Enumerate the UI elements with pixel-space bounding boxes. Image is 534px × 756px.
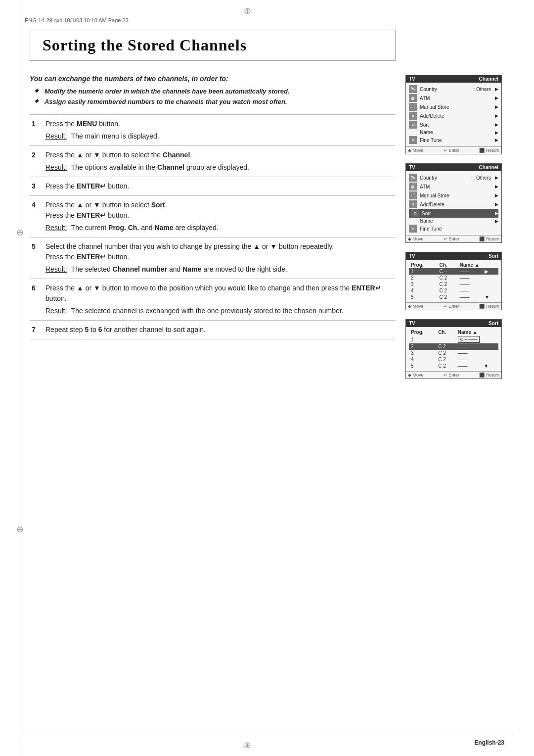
x-icon-2: ✕ (409, 200, 417, 208)
sort-cell-prog-2: 2 (409, 275, 438, 281)
fine-icon-2: ≋ (409, 225, 417, 233)
sort-row-1-highlighted: 1 C – —— ▶ (409, 268, 498, 275)
sort4-row-4: 4 C 2 —— (409, 356, 498, 363)
sort-cell-ch-1: C – (438, 268, 458, 275)
tv-screen-2-header-right: Channel (479, 165, 498, 170)
tv-screen-2-header: TV Channel (406, 164, 501, 171)
sort-cell-name-1: —— (458, 268, 483, 275)
step-4-result: Result: The current Prog. Ch. and Name a… (45, 223, 394, 233)
sort4-cell-ch-2: C 2 (436, 343, 456, 350)
x-icon: ✕ (409, 112, 417, 120)
tv-screen-3-footer: ◆ Move ↵ Enter ⬛ Return (406, 302, 501, 310)
antenna-icon-2: 📡 (409, 174, 417, 182)
step-5-instruction: Select the channel number that you wish … (45, 241, 394, 262)
result-label-5: Result: (45, 264, 67, 275)
sort4-col-ch: Ch. (436, 329, 456, 335)
fine-icon: ≋ (409, 136, 417, 144)
crosshair-bottom (242, 740, 252, 750)
sort4-cell-arrow-5: ▼ (482, 363, 498, 369)
step-2-instruction: Press the ▲ or ▼ button to select the Ch… (45, 150, 394, 160)
sort-cell-arrow-1: ▶ (483, 268, 498, 275)
right-column: TV Channel 📡 Country : Others ▶ ▦ ATM ▶ (405, 75, 504, 388)
crosshair-left2 (15, 524, 25, 534)
tv-menu-row-sort: ⚙ Sort ▶ (409, 120, 498, 129)
tv-screen-1-header: TV Channel (406, 75, 501, 83)
step-content-1: Press the MENU button. Result: The main … (44, 115, 396, 146)
sort-cell-ch-4: C 2 (438, 287, 458, 294)
sort-cell-arrow-5: ▼ (483, 294, 498, 300)
sort-cell-name-3: —— (458, 281, 483, 287)
sort4-cell-arrow-2 (482, 343, 498, 350)
page-title: Sorting the Stored Channels (43, 36, 383, 54)
tv-screen-4-header-left: TV (409, 321, 415, 326)
bullet-item-1: Modify the numeric order in which the ch… (35, 88, 396, 95)
bars-icon-2: ▦ (409, 183, 417, 190)
tv-screen-4-header-right: Sort (489, 321, 498, 326)
col-ch: Ch. (438, 262, 458, 268)
bullet-list: Modify the numeric order in which the ch… (35, 88, 396, 105)
sort4-cell-popup: C – —— (456, 335, 498, 343)
result-text-4: The current Prog. Ch. and Name are displ… (71, 223, 219, 233)
sort4-cell-prog-1: 1 (409, 335, 436, 343)
step-num-7: 7 (30, 321, 44, 339)
intro-section: You can exchange the numbers of two chan… (30, 75, 396, 105)
step-5-result: Result: The selected Channel number and … (45, 264, 394, 275)
two-col-layout: You can exchange the numbers of two chan… (30, 75, 504, 388)
tv-s2-add: ✕ Add/Delete ▶ (409, 200, 498, 209)
step-row-1: 1 Press the MENU button. Result: The mai… (30, 115, 396, 146)
sort-cell-name-4: —— (458, 287, 483, 294)
sort4-header-row: Prog. Ch. Name ▲ (409, 329, 498, 335)
result-label-1: Result: (45, 131, 67, 142)
tv-screen-1-body: 📡 Country : Others ▶ ▦ ATM ▶ 🔊 Manual St… (406, 83, 501, 146)
sort4-col-name: Name ▲ (456, 329, 498, 335)
step-row-3: 3 Press the ENTER↵ button. (30, 177, 396, 196)
col-prog: Prog. (409, 262, 438, 268)
sort4-cell-ch-4: C 2 (436, 356, 456, 363)
step-content-4: Press the ▲ or ▼ button to select Sort. … (44, 196, 396, 237)
sort4-cell-arrow-4 (482, 356, 498, 363)
step-row-4: 4 Press the ▲ or ▼ button to select Sort… (30, 196, 396, 237)
step-2-result: Result: The options available in the Cha… (45, 162, 394, 173)
sort-row-4: 4 C 2 —— (409, 287, 498, 294)
step-6-instruction: Press the ▲ or ▼ button to move to the p… (45, 283, 394, 304)
crosshair-top (242, 6, 252, 16)
result-text-5: The selected Channel number and Name are… (71, 264, 287, 275)
step-num-1: 1 (30, 115, 44, 146)
sort-cell-arrow-4 (483, 287, 498, 294)
tv-s2-fine: ≋ Fine Tune (409, 224, 498, 233)
sort4-cell-prog-4: 4 (409, 356, 436, 363)
sort4-cell-arrow-3 (482, 350, 498, 356)
step-3-instruction: Press the ENTER↵ button. (45, 181, 394, 191)
sort4-cell-prog-3: 3 (409, 350, 436, 356)
tv-screen-1-header-right: Channel (479, 76, 498, 82)
title-box: Sorting the Stored Channels (30, 30, 396, 61)
sort4-cell-name-5: —— (456, 363, 482, 369)
page-border-left (20, 0, 20, 756)
main-content: Sorting the Stored Channels You can exch… (30, 30, 504, 726)
sound-icon: 🔊 (409, 103, 417, 111)
sort4-cell-prog-5: 5 (409, 363, 436, 369)
tv-screen-2-footer: ◆ Move ↵ Enter ⬛ Return (406, 235, 501, 242)
sort4-cell-ch-1 (436, 335, 456, 343)
file-info: ENG-14-29.qxd 10/1/03 10:10 AM Page 23 (25, 17, 129, 23)
step-content-6: Press the ▲ or ▼ button to move to the p… (44, 279, 396, 321)
tv-menu-row-name: Name ▶ (409, 129, 498, 136)
tv-menu-row-fine: ≋ Fine Tune ▶ (409, 136, 498, 144)
step-4-instruction2: Press the ENTER↵ button. (45, 210, 394, 221)
result-label-6: Result: (45, 306, 67, 316)
tv-screen-4-footer: ◆ Move ↵ Enter ⬛ Return (406, 371, 501, 378)
tv-screen-3: TV Sort Prog. Ch. Name ▲ 1 C – —— (405, 252, 502, 310)
step-num-5: 5 (30, 237, 44, 279)
sort4-row-2-highlighted: 2 C 2 —— (409, 343, 498, 350)
result-label-4: Result: (45, 223, 67, 233)
sort-cell-name-5: —— (458, 294, 483, 300)
sort-table-4: Prog. Ch. Name ▲ 1 C – —— 2 (409, 329, 498, 369)
sort-cell-arrow-2 (483, 275, 498, 281)
step-content-7: Repeat step 5 to 6 for another channel t… (44, 321, 396, 339)
step-4-instruction: Press the ▲ or ▼ button to select Sort. (45, 200, 394, 210)
result-text-2: The options available in the Channel gro… (71, 162, 249, 173)
tv-s2-sort-highlighted: ⚙ Sort ▶ (409, 209, 498, 218)
step-row-7: 7 Repeat step 5 to 6 for another channel… (30, 321, 396, 339)
bars-icon: ▦ (409, 94, 417, 102)
tv-screen-3-header-left: TV (409, 253, 415, 259)
